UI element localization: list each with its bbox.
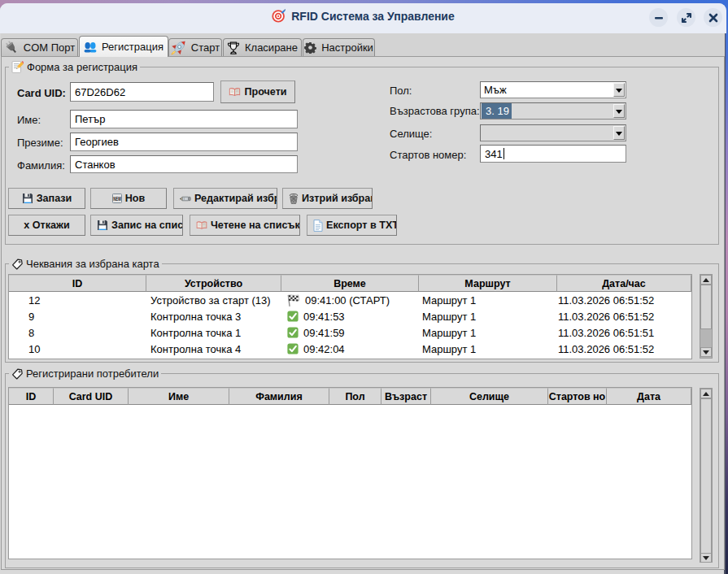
svg-text:NEW: NEW	[113, 196, 121, 202]
